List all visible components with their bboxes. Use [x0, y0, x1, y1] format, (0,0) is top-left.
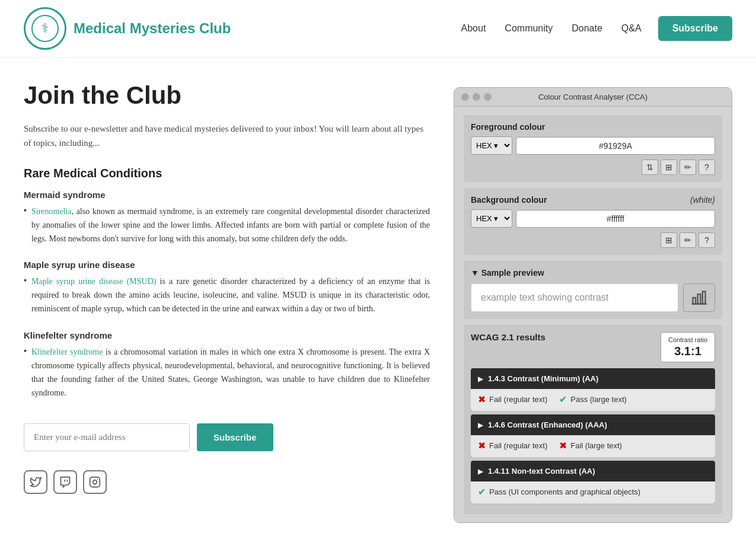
wcag-item-title-1: 1.4.3 Contrast (Minimum) (AA): [488, 374, 598, 383]
bg-sliders-btn[interactable]: ⊞: [661, 232, 677, 248]
header-subscribe-button[interactable]: Subscribe: [658, 16, 732, 41]
wcag-heading: WCAG 2.1 results: [471, 332, 546, 342]
wcag-section: WCAG 2.1 results Contrast ratio 3.1:1 ▶ …: [464, 325, 722, 514]
social-icons: [24, 470, 430, 494]
fg-swap-btn[interactable]: ⇅: [642, 160, 658, 175]
wcag-item-title-2: 1.4.6 Contrast (Enhanced) (AAA): [488, 420, 607, 429]
main-nav: About Community Donate Q&A Subscribe: [454, 16, 732, 41]
bg-picker-btn[interactable]: ✏: [680, 232, 696, 248]
form-subscribe-button[interactable]: Subscribe: [197, 423, 273, 451]
wcag-result-label-pass-large-1: Pass (large text): [570, 395, 627, 404]
subscribe-form: Subscribe: [24, 423, 430, 451]
wcag-results-row-3: ✔ Pass (UI components and graphical obje…: [471, 481, 715, 503]
intro-text: Subscribe to our e-newsletter and have m…: [24, 122, 430, 150]
sample-preview-heading: ▼ Sample preview: [471, 268, 715, 278]
fail-icon-1a: ✖: [478, 394, 486, 405]
nav-donate[interactable]: Donate: [564, 18, 610, 39]
pass-icon-1b: ✔: [559, 394, 567, 405]
contrast-ratio-value: 3.1:1: [668, 344, 707, 358]
foreground-tools: ⇅ ⊞ ✏ ?: [471, 160, 715, 175]
twitter-icon[interactable]: [24, 470, 47, 494]
bullet-icon: ▪: [24, 206, 27, 215]
background-section: Background colour (white) HEX ▾ ⊞ ✏ ?: [464, 188, 722, 255]
cca-titlebar: Colour Contrast Analyser (CCA): [454, 88, 732, 107]
brand-title: Medical Mysteries Club: [74, 20, 231, 37]
condition-text-mermaid: Sirenomelia, also known as mermaid syndr…: [31, 205, 430, 245]
main-content: Join the Club Subscribe to our e-newslet…: [24, 81, 430, 523]
dot-close: [461, 93, 469, 101]
wcag-result-fail-large-2: ✖ Fail (large text): [559, 440, 622, 451]
wcag-item-header-1[interactable]: ▶ 1.4.3 Contrast (Minimum) (AA): [471, 368, 715, 389]
svg-rect-7: [703, 292, 706, 304]
contrast-ratio-label: Contrast ratio: [668, 336, 707, 344]
sample-chart-button[interactable]: [683, 283, 715, 312]
dot-minimize: [473, 93, 480, 101]
wcag-result-fail-regular-1: ✖ Fail (regular text): [478, 394, 547, 405]
wcag-item-header-3[interactable]: ▶ 1.4.11 Non-text Contrast (AA): [471, 461, 715, 481]
condition-link-msud[interactable]: Maple syrup urine disease (MSUD): [31, 277, 156, 286]
bullet-icon: ▪: [24, 276, 27, 285]
condition-link-sirenomelia[interactable]: Sirenomelia: [31, 207, 72, 216]
contrast-ratio-box: Contrast ratio 3.1:1: [661, 332, 715, 362]
foreground-value-input[interactable]: [516, 137, 715, 155]
foreground-label: Foreground colour: [471, 122, 545, 132]
svg-rect-5: [693, 298, 696, 304]
nav-community[interactable]: Community: [497, 18, 560, 39]
fail-icon-2b: ✖: [559, 440, 567, 451]
sample-text: example text showing contrast: [471, 283, 678, 312]
svg-text:⚕: ⚕: [42, 21, 49, 36]
fg-help-btn[interactable]: ?: [698, 160, 715, 175]
bg-help-btn[interactable]: ?: [698, 232, 715, 248]
condition-link-klinefelter[interactable]: Klinefelter syndrome: [31, 347, 103, 356]
wcag-result-label-fail-regular-1: Fail (regular text): [489, 395, 547, 404]
background-tools: ⊞ ✏ ?: [471, 232, 715, 248]
wcag-results-row-2: ✖ Fail (regular text) ✖ Fail (large text…: [471, 435, 715, 457]
wcag-result-pass-ui-3: ✔ Pass (UI components and graphical obje…: [478, 486, 708, 497]
fail-icon-2a: ✖: [478, 440, 486, 451]
play-icon-2: ▶: [478, 421, 483, 429]
page-title: Join the Club: [24, 81, 430, 110]
svg-point-4: [97, 479, 98, 480]
fg-sliders-btn[interactable]: ⊞: [661, 160, 677, 175]
play-icon-3: ▶: [478, 467, 483, 476]
background-value-input[interactable]: [516, 210, 715, 228]
background-note: (white): [690, 195, 715, 205]
wcag-result-pass-large-1: ✔ Pass (large text): [559, 394, 627, 405]
condition-msud: Maple syrup urine disease ▪ Maple syrup …: [24, 260, 430, 315]
svg-rect-2: [90, 477, 100, 487]
condition-name-msud: Maple syrup urine disease: [24, 260, 430, 270]
wcag-item-header-2[interactable]: ▶ 1.4.6 Contrast (Enhanced) (AAA): [471, 414, 715, 435]
wcag-item-title-3: 1.4.11 Non-text Contrast (AA): [488, 467, 595, 476]
email-input[interactable]: [24, 423, 190, 451]
wcag-result-label-pass-ui-3: Pass (UI components and graphical object…: [489, 487, 640, 496]
section-heading: Rare Medical Conditions: [24, 167, 430, 180]
wcag-result-label-fail-large-2: Fail (large text): [570, 441, 622, 450]
background-format-select[interactable]: HEX ▾: [471, 209, 512, 228]
foreground-section: Foreground colour HEX ▾ ⇅ ⊞ ✏ ?: [464, 115, 722, 182]
sample-preview-section: ▼ Sample preview example text showing co…: [464, 261, 722, 319]
wcag-result-label-fail-regular-2: Fail (regular text): [489, 441, 547, 450]
wcag-result-fail-regular-2: ✖ Fail (regular text): [478, 440, 547, 451]
cca-panel: Colour Contrast Analyser (CCA) Foregroun…: [454, 87, 732, 523]
condition-klinefelter: Klinefelter syndrome ▪ Klinefelter syndr…: [24, 330, 430, 400]
svg-rect-6: [698, 294, 701, 304]
play-icon-1: ▶: [478, 375, 483, 383]
condition-text-msud: Maple syrup urine disease (MSUD) is a ra…: [31, 275, 430, 315]
twitch-icon[interactable]: [53, 470, 77, 494]
instagram-icon[interactable]: [83, 470, 107, 494]
background-label: Background colour: [471, 195, 547, 205]
condition-name-klinefelter: Klinefelter syndrome: [24, 330, 430, 340]
fg-picker-btn[interactable]: ✏: [680, 160, 696, 175]
dot-maximize: [484, 93, 492, 101]
wcag-item-1: ▶ 1.4.3 Contrast (Minimum) (AA) ✖ Fail (…: [471, 368, 715, 411]
logo-icon: ⚕: [24, 7, 66, 50]
condition-mermaid: Mermaid syndrome ▪ Sirenomelia, also kno…: [24, 190, 430, 245]
brand-logo[interactable]: ⚕ Medical Mysteries Club: [24, 7, 231, 50]
wcag-item-3: ▶ 1.4.11 Non-text Contrast (AA) ✔ Pass (…: [471, 461, 715, 503]
nav-qa[interactable]: Q&A: [614, 18, 649, 39]
foreground-format-select[interactable]: HEX ▾: [471, 136, 512, 155]
pass-icon-3a: ✔: [478, 486, 486, 497]
condition-text-klinefelter: Klinefelter syndrome is a chromosomal va…: [31, 345, 430, 400]
svg-point-3: [93, 480, 97, 484]
nav-about[interactable]: About: [454, 18, 493, 39]
